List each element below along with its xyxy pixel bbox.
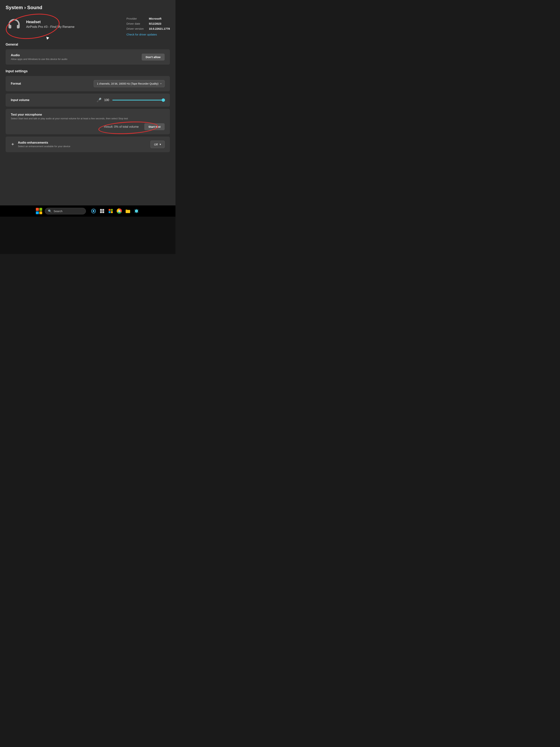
windows-logo-yellow — [39, 211, 43, 214]
date-label: Driver date — [126, 21, 145, 26]
svg-rect-8 — [109, 211, 110, 213]
general-section-title: General — [6, 43, 170, 47]
microphone-icon: 🎤 — [97, 98, 102, 103]
input-settings-title: Input settings — [6, 69, 170, 73]
version-value: 10.0.22621.1778 — [149, 26, 170, 31]
date-row: Driver date 5/11/2023 — [126, 21, 170, 26]
device-type: Headset — [26, 20, 75, 24]
taskbar: 🔍 Search — [0, 205, 176, 216]
taskbar-icons — [90, 208, 140, 214]
format-card: Format 1 channels, 16 bit, 16000 Hz (Tap… — [6, 76, 170, 91]
device-info: Headset AirPods Pro #3 - Find My Rename — [6, 16, 75, 33]
enhancements-text: Audio enhancements Select an enhancement… — [18, 141, 70, 148]
svg-rect-9 — [111, 211, 113, 213]
version-label: Driver version — [126, 26, 145, 31]
device-subname: AirPods Pro #3 - Find My Rename — [26, 25, 75, 29]
svg-rect-6 — [109, 209, 110, 211]
svg-rect-7 — [111, 209, 113, 211]
test-result-text: Result: 0% of total volume — [104, 125, 139, 128]
device-name-block: Headset AirPods Pro #3 - Find My Rename — [26, 20, 75, 29]
test-mic-desc: Select Start test and talk or play audio… — [11, 117, 165, 120]
windows-logo[interactable] — [36, 208, 42, 214]
header-area: Headset AirPods Pro #3 - Find My Rename … — [6, 14, 170, 37]
format-value: 1 channels, 16 bit, 16000 Hz (Tape Recor… — [97, 82, 158, 85]
cortana-icon[interactable] — [90, 208, 97, 214]
slider-thumb — [162, 98, 165, 102]
windows-logo-green — [39, 208, 43, 211]
volume-slider[interactable] — [112, 100, 165, 101]
driver-info: Provider Microsoft Driver date 5/11/2023… — [126, 16, 170, 37]
format-chevron-icon: ▾ — [160, 82, 161, 85]
headset-icon — [6, 16, 22, 33]
provider-value: Microsoft — [149, 16, 161, 21]
task-view-icon[interactable] — [99, 208, 105, 214]
enhancements-dropdown[interactable]: Off ▾ — [151, 140, 165, 148]
enhancements-title: Audio enhancements — [18, 141, 70, 144]
provider-label: Provider — [126, 16, 145, 21]
audio-desc: Allow apps and Windows to use this devic… — [11, 58, 68, 60]
microsoft-store-icon[interactable] — [108, 208, 114, 214]
format-dropdown[interactable]: 1 channels, 16 bit, 16000 Hz (Tape Recor… — [94, 80, 165, 87]
date-value: 5/11/2023 — [149, 21, 161, 26]
volume-label: Input volume — [11, 98, 29, 102]
search-icon: 🔍 — [48, 209, 52, 213]
enhancements-card: ✦ Audio enhancements Select an enhanceme… — [6, 136, 170, 152]
enhancements-row: ✦ Audio enhancements Select an enhanceme… — [11, 140, 165, 148]
svg-point-1 — [92, 210, 95, 212]
svg-rect-3 — [102, 209, 104, 211]
audio-title: Audio — [11, 53, 68, 57]
volume-control: 🎤 100 — [97, 98, 165, 103]
svg-rect-10 — [126, 210, 130, 213]
svg-rect-2 — [100, 209, 102, 211]
enhancements-chevron-icon: ▾ — [160, 143, 161, 146]
page-title: System › Sound — [6, 4, 170, 10]
check-driver-updates-link[interactable]: Check for driver updates — [126, 32, 170, 37]
search-bar[interactable]: 🔍 Search — [45, 208, 86, 214]
screen-content: System › Sound Headset AirPods Pro #3 - … — [0, 0, 176, 205]
input-settings-section: Input settings Format 1 channels, 16 bit… — [6, 69, 170, 152]
chrome-icon-graphic — [117, 208, 122, 214]
audio-row: Audio Allow apps and Windows to use this… — [11, 53, 165, 60]
provider-row: Provider Microsoft — [126, 16, 170, 21]
start-test-button[interactable]: Start test — [144, 123, 165, 130]
volume-card: Input volume 🎤 100 — [6, 94, 170, 107]
headset-svg — [7, 18, 21, 31]
bottom-area — [0, 216, 176, 254]
windows-logo-blue — [36, 211, 39, 214]
volume-value: 100 — [104, 98, 110, 102]
format-label: Format — [11, 82, 21, 85]
audio-card: Audio Allow apps and Windows to use this… — [6, 49, 170, 65]
enhancements-value: Off — [154, 143, 158, 146]
volume-row: Input volume 🎤 100 — [11, 98, 165, 103]
svg-rect-4 — [100, 211, 102, 213]
format-row: Format 1 channels, 16 bit, 16000 Hz (Tap… — [11, 80, 165, 87]
enhancements-icon: ✦ — [11, 142, 15, 147]
chrome-center — [118, 210, 121, 212]
version-row: Driver version 10.0.22621.1778 — [126, 26, 170, 31]
search-label: Search — [54, 209, 62, 213]
windows-logo-red — [36, 208, 39, 211]
test-mic-controls: Result: 0% of total volume Start test — [11, 123, 165, 130]
test-mic-title: Test your microphone — [11, 113, 165, 117]
svg-rect-5 — [102, 211, 104, 213]
enhancements-desc: Select an enhancement available for your… — [18, 145, 70, 148]
settings-icon[interactable] — [133, 208, 140, 214]
enhancements-left: ✦ Audio enhancements Select an enhanceme… — [11, 141, 70, 148]
chrome-icon[interactable] — [116, 208, 123, 214]
audio-text: Audio Allow apps and Windows to use this… — [11, 53, 68, 60]
slider-fill — [112, 100, 165, 101]
test-mic-card: Test your microphone Select Start test a… — [6, 109, 170, 134]
file-explorer-icon[interactable] — [125, 208, 131, 214]
dont-allow-button[interactable]: Don't allow — [142, 54, 165, 60]
